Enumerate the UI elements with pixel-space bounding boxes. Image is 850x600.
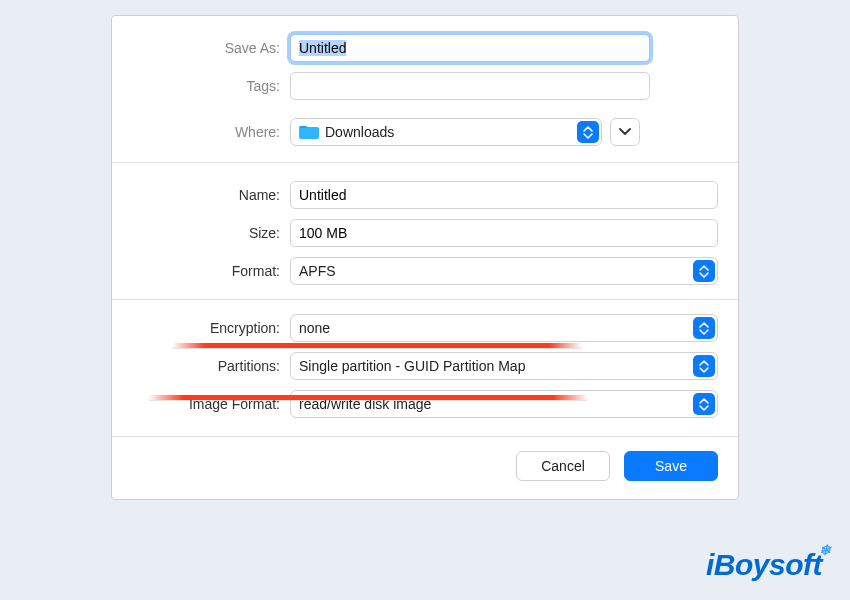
annotation-underline <box>172 343 582 348</box>
chevron-down-icon <box>619 128 631 136</box>
where-label: Where: <box>132 124 290 140</box>
folder-icon <box>299 124 319 140</box>
where-popup[interactable]: Downloads <box>290 118 602 146</box>
partitions-label: Partitions: <box>132 358 290 374</box>
updown-icon <box>693 317 715 339</box>
save-label: Save <box>655 458 687 474</box>
format-popup[interactable]: APFS <box>290 257 718 285</box>
partitions-popup[interactable]: Single partition - GUID Partition Map <box>290 352 718 380</box>
name-input[interactable]: Untitled <box>290 181 718 209</box>
updown-icon <box>577 121 599 143</box>
encryption-popup[interactable]: none <box>290 314 718 342</box>
size-input[interactable]: 100 MB <box>290 219 718 247</box>
save-section: Save As: Untitled Tags: Where: <box>112 16 738 162</box>
cancel-label: Cancel <box>541 458 585 474</box>
options-section: Name: Untitled Size: 100 MB Format: APFS <box>112 162 738 436</box>
cancel-button[interactable]: Cancel <box>516 451 610 481</box>
brand-logo: iBoysoft ❄ <box>706 548 822 582</box>
tags-input[interactable] <box>290 72 650 100</box>
format-value: APFS <box>299 263 336 279</box>
updown-icon <box>693 260 715 282</box>
tags-label: Tags: <box>132 78 290 94</box>
expand-button[interactable] <box>610 118 640 146</box>
size-label: Size: <box>132 225 290 241</box>
updown-icon <box>693 393 715 415</box>
encryption-label: Encryption: <box>132 320 290 336</box>
save-as-label: Save As: <box>132 40 290 56</box>
updown-icon <box>693 355 715 377</box>
format-label: Format: <box>132 263 290 279</box>
save-button[interactable]: Save <box>624 451 718 481</box>
annotation-underline <box>148 395 588 400</box>
save-dialog: Save As: Untitled Tags: Where: <box>111 15 739 500</box>
where-value: Downloads <box>325 124 394 140</box>
save-as-input[interactable]: Untitled <box>290 34 650 62</box>
snowflake-icon: ❄ <box>819 542 831 558</box>
encryption-value: none <box>299 320 330 336</box>
name-label: Name: <box>132 187 290 203</box>
partitions-value: Single partition - GUID Partition Map <box>299 358 525 374</box>
svg-rect-0 <box>299 127 319 139</box>
button-bar: Cancel Save <box>112 436 738 499</box>
